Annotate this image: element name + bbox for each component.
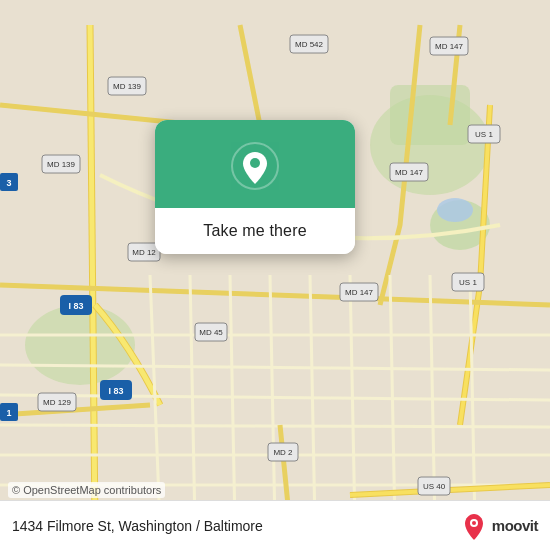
svg-text:MD 2: MD 2 [273, 448, 293, 457]
svg-text:MD 129: MD 129 [43, 398, 72, 407]
bottom-bar: 1434 Filmore St, Washington / Baltimore … [0, 500, 550, 550]
svg-text:US 40: US 40 [423, 482, 446, 491]
svg-text:MD 45: MD 45 [199, 328, 223, 337]
svg-text:3: 3 [6, 178, 11, 188]
address-text: 1434 Filmore St, Washington / Baltimore [12, 518, 263, 534]
svg-point-1 [25, 305, 135, 385]
svg-point-5 [437, 198, 473, 222]
svg-text:US 1: US 1 [459, 278, 477, 287]
svg-text:MD 147: MD 147 [345, 288, 374, 297]
location-pin-icon [231, 142, 279, 190]
moovit-logo-icon [460, 512, 488, 540]
svg-text:MD 147: MD 147 [395, 168, 424, 177]
svg-text:MD 542: MD 542 [295, 40, 324, 49]
svg-rect-4 [390, 85, 470, 145]
card-icon-area [155, 120, 355, 208]
moovit-wordmark: moovit [492, 517, 538, 534]
svg-text:US 1: US 1 [475, 130, 493, 139]
svg-text:MD 139: MD 139 [47, 160, 76, 169]
svg-text:MD 139: MD 139 [113, 82, 142, 91]
take-me-there-button[interactable]: Take me there [155, 208, 355, 254]
svg-point-56 [250, 158, 260, 168]
moovit-logo: moovit [460, 512, 538, 540]
svg-line-9 [0, 425, 550, 427]
svg-text:1: 1 [6, 408, 11, 418]
svg-text:I 83: I 83 [68, 301, 83, 311]
location-card: Take me there [155, 120, 355, 254]
map-attribution: © OpenStreetMap contributors [8, 482, 165, 498]
svg-text:I 83: I 83 [108, 386, 123, 396]
svg-point-58 [472, 521, 476, 525]
map-container: I 83 I 83 MD 139 MD 542 MD 147 MD 147 MD… [0, 0, 550, 550]
svg-text:MD 12: MD 12 [132, 248, 156, 257]
map-background: I 83 I 83 MD 139 MD 542 MD 147 MD 147 MD… [0, 0, 550, 550]
svg-text:MD 147: MD 147 [435, 42, 464, 51]
